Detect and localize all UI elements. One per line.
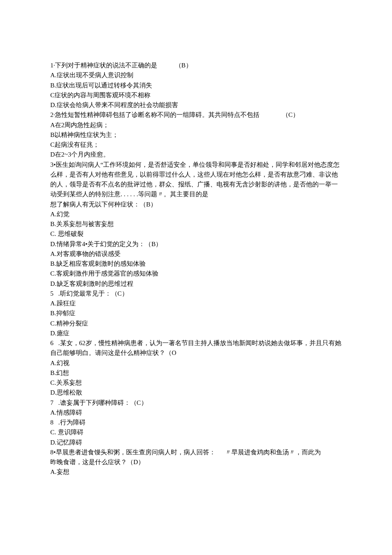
text-line: C症状的内容与周围客观环境不相称 xyxy=(50,90,342,100)
text-line: D.思维松散 xyxy=(50,388,342,398)
text-line: A在2周内急性起病； xyxy=(50,120,342,130)
text-line: D.缺乏客观刺激时的思维过程 xyxy=(50,279,342,289)
text-line: 想了解病人有无以下何种症状：（B） xyxy=(50,200,342,209)
text-line: C. 意识障碍 xyxy=(50,427,342,437)
text-line: D.记忆障碍 xyxy=(50,438,342,447)
text-line: A.症状出现不受病人意识控制 xyxy=(50,70,342,80)
text-line: D.情绪异常4•关于幻觉的定义为：（B） xyxy=(50,239,342,249)
text-line: 昨晚食谱，这是什么症状？（D） xyxy=(50,457,342,467)
text-line: D.癔症 xyxy=(50,328,342,338)
text-line: D.症状会给病人带来不同程度的社会功能损害 xyxy=(50,100,342,110)
text-line: 5 .听幻觉最常见于：（C） xyxy=(50,289,342,299)
text-line: 2·急性短暂性精神障碍包括了诊断名称不同的一组障碍。其共同特点不包括 （C） xyxy=(50,110,342,120)
text-line: C.精神分裂症 xyxy=(50,319,342,328)
text-line: B.症状出现后可以通过转移令其消失 xyxy=(50,81,342,90)
text-line: C起病没有征兆； xyxy=(50,140,342,150)
text-line: 7 .谵妄属于下列哪种障碍：（C） xyxy=(50,398,342,408)
text-line: B以精神病性症状为主； xyxy=(50,130,342,140)
text-line: A.幻觉 xyxy=(50,209,342,219)
text-line: A.情感障碍 xyxy=(50,408,342,418)
document-body: 1·下列对于精神症状的说法不正确的是 （B）A.症状出现不受病人意识控制B.症状… xyxy=(50,61,342,477)
text-line: C.关系妄想 xyxy=(50,378,342,388)
text-line: B.关系妄想与被害妄想 xyxy=(50,219,342,229)
text-line: B.幻想 xyxy=(50,368,342,378)
text-line: 3•医生如询问病人“工作环境如何，是否舒适安全，单位领导和同事是否好相处，同学和… xyxy=(50,160,342,200)
text-line: 6 .某女，62岁，慢性精神病患者，认为一著名节目主持人播放当地新闻时劝说她去做… xyxy=(50,338,342,358)
text-line: A.妄想 xyxy=(50,467,342,477)
text-line: 8•早晨患者进食馒头和粥，医生查房问病人时，病人回答： 〃早晨进食鸡肉和鱼汤〃，… xyxy=(50,447,342,457)
text-line: D在2~3个月内痊愈。 xyxy=(50,150,342,160)
document-page: 1·下列对于精神症状的说法不正确的是 （B）A.症状出现不受病人意识控制B.症状… xyxy=(0,0,392,555)
text-line: A.幻视 xyxy=(50,358,342,368)
text-line: C. 思维破裂 xyxy=(50,229,342,239)
text-line: 8 .行为障碍 xyxy=(50,418,342,427)
text-line: 1·下列对于精神症状的说法不正确的是 （B） xyxy=(50,61,342,70)
text-line: C.客观刺激作用于感觉器官的感知体验 xyxy=(50,269,342,279)
text-line: A.躁狂症 xyxy=(50,299,342,308)
text-line: B.抑郁症 xyxy=(50,308,342,318)
text-line: B.缺乏相应客观刺激时的感知体验 xyxy=(50,259,342,269)
text-line: A.对客观事物的错误感受 xyxy=(50,249,342,259)
